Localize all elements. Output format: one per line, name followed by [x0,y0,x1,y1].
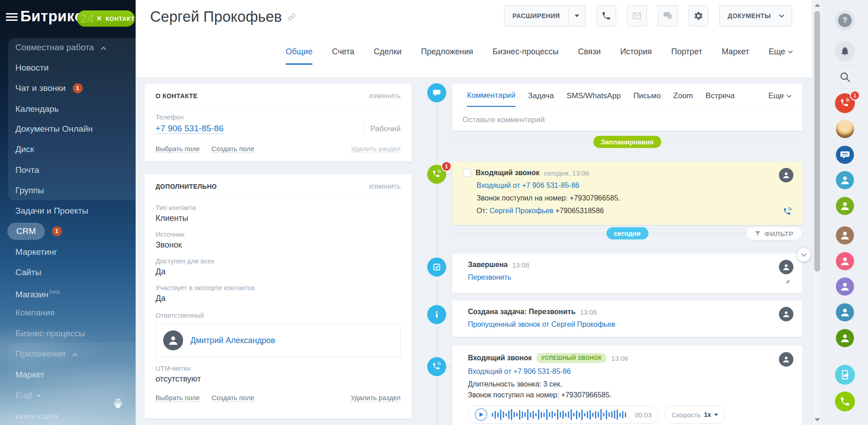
composer-tab-more[interactable]: Еще [768,91,792,106]
sidebar-item-groups[interactable]: Группы [0,180,136,201]
composer-tab-zoom[interactable]: Zoom [673,91,693,106]
scroll-up-arrow[interactable] [815,4,820,7]
callback-task-link[interactable]: Перезвонить [468,273,792,282]
printer-icon[interactable] [112,397,124,409]
tab-deals[interactable]: Сделки [374,47,401,65]
sidebar-item-calendar[interactable]: Календарь [0,99,136,119]
extensions-dropdown[interactable] [568,6,585,26]
tab-quotes[interactable]: Предложения [421,47,473,65]
edit-link[interactable]: изменить [369,182,401,191]
copy-link-icon[interactable] [288,13,296,21]
sidebar-item-mail[interactable]: Почта [0,160,136,180]
avatar[interactable] [779,352,793,367]
play-button[interactable] [475,408,487,421]
comment-input[interactable]: Оставьте комментарий [452,107,802,124]
missed-call-link[interactable]: Пропущенный звонок от Сергей Прокофьев [468,320,792,329]
tab-market[interactable]: Маркет [722,47,749,65]
select-field-link[interactable]: Выбрать поле [156,145,200,153]
close-icon[interactable]: ✕ [96,14,102,23]
call-waveform[interactable] [492,408,630,421]
pin-icon[interactable] [784,279,791,285]
documents-button[interactable]: ДОКУМЕНТЫ [719,5,792,26]
utm-value: отсутствуют [156,374,401,384]
sidebar: Битрикс 24 ✕ КОНТАКТ Совместная работа Н… [0,0,136,425]
composer-tab-task[interactable]: Задача [528,91,554,106]
edit-link[interactable]: изменить [369,92,401,100]
sidebar-item-bizproc[interactable]: Бизнес-процессы [0,323,136,344]
delete-section-link[interactable]: Удалить раздел [351,394,401,402]
call-button[interactable] [596,5,616,26]
composer-tab-email[interactable]: Письмо [633,91,660,106]
sidebar-item-shop[interactable]: Магазинbeta [0,282,136,302]
composer-tab-meeting[interactable]: Встреча [706,91,735,106]
sidebar-item-tasks-projects[interactable]: Задачи и Проекты [0,201,136,221]
playback-speed-control[interactable]: Скорость 1x [664,406,726,424]
user-avatar[interactable] [836,197,854,215]
call-from-link[interactable]: Входящий от +7 906 531-85-86 [476,181,792,190]
avatar[interactable] [779,260,793,274]
call-widget-button[interactable] [835,392,855,411]
sidebar-item-sites[interactable]: Сайты [0,262,136,282]
create-field-link[interactable]: Создать поле [212,145,254,153]
connector-badge[interactable]: 24 ✕ КОНТАКТ [77,10,135,27]
contact-phone-link[interactable]: +7 906 531-85-86 [156,124,224,134]
sidebar-group-apps[interactable]: Приложения [0,344,136,364]
header-actions: РАСШИРЕНИЯ [504,5,792,26]
help-button[interactable]: ? [835,10,855,30]
sidebar-item-news[interactable]: Новости [0,57,136,78]
responsible-user-link[interactable]: Дмитрий Александров [190,336,275,345]
page-scrollbar[interactable] [812,0,822,425]
avatar[interactable] [779,307,793,321]
tab-invoices[interactable]: Счета [332,47,354,65]
scroll-down-arrow[interactable] [815,418,820,421]
select-field-link[interactable]: Выбрать поле [156,394,200,402]
complete-checkbox[interactable] [463,169,471,177]
sidebar-item-chat-calls[interactable]: Чат и звонки 1 [0,78,136,98]
call-duration-line: Длительность звонка: 3 сек. [468,380,792,388]
user-avatar[interactable] [836,329,854,347]
tab-history[interactable]: История [620,47,652,65]
email-button[interactable] [627,5,647,26]
call-number-line: Звонок поступил на номер: +79307966585. [468,391,792,399]
timeline-entry-completed: Завершена 13:08 Перезвонить [452,253,802,293]
sidebar-item-docs-online[interactable]: Документы Онлайн [0,119,136,139]
search-button[interactable] [839,71,851,83]
sidebar-item-disk[interactable]: Диск [0,139,136,159]
notifications-button[interactable] [835,41,855,61]
sidebar-item-company[interactable]: Компания [0,302,136,323]
filter-button[interactable]: ФИЛЬТР [746,227,802,240]
user-avatar[interactable] [836,226,854,244]
tab-profile[interactable]: Портрет [671,47,702,65]
sidebar-item-marketing[interactable]: Маркетинг [0,242,136,262]
user-avatar[interactable] [836,252,854,270]
tab-more[interactable]: Еще [769,47,793,65]
delete-section-link[interactable]: Удалить раздел [351,145,401,153]
sidebar-item-crm[interactable]: CRM 1 [0,221,136,241]
composer-tab-sms[interactable]: SMS/WhatsApp [566,91,621,106]
tab-relations[interactable]: Связи [578,47,600,65]
mobile-app-button[interactable] [835,365,855,385]
group-chat-button[interactable] [836,146,854,164]
user-avatar[interactable] [836,120,854,138]
callback-icon[interactable] [783,207,793,217]
sidebar-item-market[interactable]: Маркет [0,364,136,385]
sitemap-link[interactable]: КАРТА САЙТА [15,414,59,420]
contact-link[interactable]: Сергей Прокофьев [490,207,553,215]
sidebar-group-collab[interactable]: Совместная работа [0,37,136,57]
call-from-link[interactable]: Входящий от +7 906 531-85-86 [468,368,792,376]
scroll-down-button[interactable] [797,248,811,262]
tab-bizproc[interactable]: Бизнес-процессы [493,47,559,65]
menu-toggle-icon[interactable] [6,13,18,23]
user-avatar[interactable] [836,303,854,321]
user-avatar[interactable] [836,277,854,296]
composer-tab-comment[interactable]: Комментарий [467,91,515,107]
settings-button[interactable] [689,5,708,26]
scrollbar-thumb[interactable] [814,11,820,272]
tab-general[interactable]: Общие [286,47,312,65]
entry-title[interactable]: Входящий звонок [476,169,539,177]
chat-button[interactable] [658,5,678,26]
avatar[interactable] [779,168,793,182]
user-avatar[interactable] [836,171,854,189]
extensions-button[interactable]: РАСШИРЕНИЯ [504,5,585,26]
create-field-link[interactable]: Создать поле [212,394,254,402]
